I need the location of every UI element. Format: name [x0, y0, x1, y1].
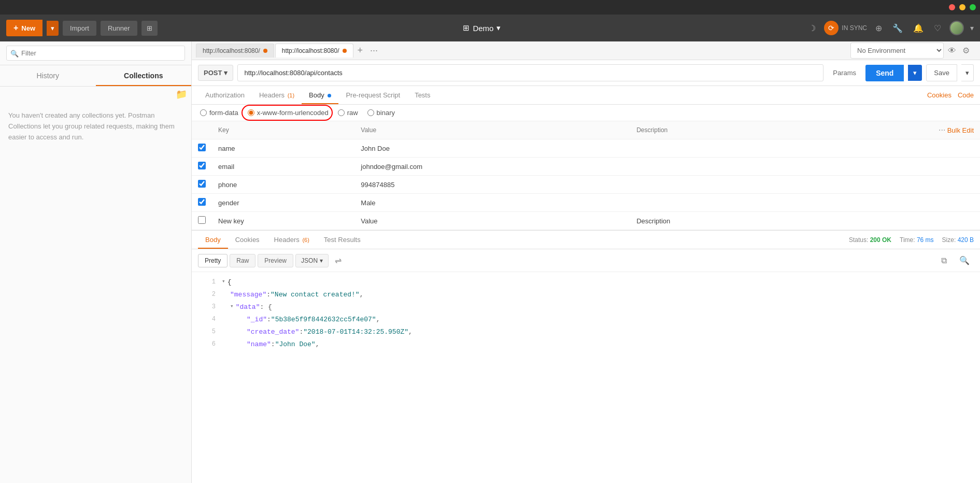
- fmt-preview-button[interactable]: Preview: [258, 254, 293, 267]
- runner-button[interactable]: Runner: [101, 21, 137, 36]
- globe-icon[interactable]: ⊕: [873, 21, 884, 35]
- row-0-key[interactable]: name: [212, 139, 354, 158]
- environment-select[interactable]: No Environment: [850, 42, 944, 59]
- avatar[interactable]: [949, 21, 964, 35]
- row-0-description[interactable]: [630, 139, 802, 158]
- row-1-actions: [802, 158, 980, 176]
- row-0-checkbox[interactable]: [198, 144, 206, 151]
- fmt-raw-button[interactable]: Raw: [230, 254, 255, 267]
- moon-icon[interactable]: ☽: [806, 21, 818, 35]
- table-more-button[interactable]: ···: [939, 125, 945, 135]
- grid-icon: ⊞: [463, 23, 470, 33]
- urlencoded-radio[interactable]: [248, 109, 254, 116]
- form-data-radio[interactable]: [200, 109, 207, 116]
- req-tab-prerequest[interactable]: Pre-request Script: [338, 86, 407, 104]
- tab-history[interactable]: History: [0, 65, 96, 86]
- env-settings-button[interactable]: ⚙: [960, 44, 972, 58]
- builder-button[interactable]: ⊞: [141, 21, 158, 36]
- new-collection-button[interactable]: 📁: [176, 89, 187, 100]
- resp-tab-headers[interactable]: Headers (6): [267, 231, 317, 249]
- titlebar: [0, 0, 980, 15]
- row-2-actions: [802, 176, 980, 194]
- bulk-edit-link[interactable]: Bulk Edit: [947, 126, 974, 134]
- cookies-link[interactable]: Cookies: [927, 91, 951, 99]
- row-3-key[interactable]: gender: [212, 194, 354, 212]
- headers-label: Headers: [259, 91, 285, 99]
- raw-label: raw: [347, 109, 358, 117]
- row-2-value[interactable]: 994874885: [354, 176, 630, 194]
- copy-button[interactable]: ⧉: [937, 253, 951, 267]
- folder-plus-icon: 📁: [176, 89, 187, 100]
- import-button[interactable]: Import: [63, 21, 96, 36]
- binary-radio[interactable]: [367, 109, 374, 116]
- save-button[interactable]: Save: [926, 64, 957, 81]
- row-3-actions: [802, 194, 980, 212]
- size-value: 420 B: [958, 236, 974, 244]
- row-3-description[interactable]: [630, 194, 802, 212]
- json-line-3: 3 ▾ "data" : {: [192, 301, 980, 314]
- url-input[interactable]: [237, 64, 823, 81]
- resp-tab-cookies[interactable]: Cookies: [228, 231, 267, 249]
- row-2-description[interactable]: [630, 176, 802, 194]
- more-tabs-button[interactable]: ···: [367, 45, 381, 56]
- row-1-description[interactable]: [630, 158, 802, 176]
- tab-collections[interactable]: Collections: [96, 65, 192, 86]
- heart-icon[interactable]: ♡: [932, 21, 943, 35]
- req-tab-tests[interactable]: Tests: [407, 86, 437, 104]
- row-1-checkbox[interactable]: [198, 162, 206, 169]
- bell-icon[interactable]: 🔔: [911, 21, 926, 35]
- workspace-button[interactable]: ⊞ Demo ▾: [463, 23, 501, 33]
- req-tab-body[interactable]: Body: [302, 86, 338, 104]
- close-btn[interactable]: [949, 4, 955, 10]
- row-new-checkbox[interactable]: [198, 216, 206, 224]
- form-data-option[interactable]: form-data: [200, 109, 238, 117]
- env-selector: No Environment 👁 ⚙: [846, 42, 976, 59]
- row-new-key[interactable]: New key: [212, 212, 354, 230]
- body-type-row: form-data x-www-form-urlencoded raw bina…: [192, 105, 980, 121]
- row-3-checkbox[interactable]: [198, 198, 206, 206]
- raw-radio[interactable]: [338, 109, 345, 116]
- search-response-button[interactable]: 🔍: [955, 253, 974, 267]
- code-link[interactable]: Code: [958, 91, 974, 99]
- row-0-value[interactable]: John Doe: [354, 139, 630, 158]
- wrench-icon[interactable]: 🔧: [890, 21, 905, 35]
- urlencoded-option[interactable]: x-www-form-urlencoded: [248, 109, 329, 117]
- send-dropdown-button[interactable]: ▾: [908, 65, 922, 81]
- new-button[interactable]: + New: [6, 20, 42, 36]
- send-button[interactable]: Send: [865, 65, 904, 81]
- minimize-btn[interactable]: [959, 4, 965, 10]
- account-dropdown-icon[interactable]: ▾: [970, 24, 974, 32]
- env-eye-button[interactable]: 👁: [946, 44, 958, 58]
- method-select[interactable]: POST ▾: [198, 65, 233, 81]
- add-tab-button[interactable]: +: [354, 45, 366, 56]
- req-tab-authorization[interactable]: Authorization: [198, 86, 252, 104]
- wrap-lines-button[interactable]: ⇌: [331, 253, 346, 267]
- row-new-description[interactable]: Description: [630, 212, 802, 230]
- new-label: New: [21, 24, 35, 32]
- row-1-key[interactable]: email: [212, 158, 354, 176]
- row-1-value[interactable]: johndoe@gmail.com: [354, 158, 630, 176]
- filter-wrap: 🔍: [6, 46, 185, 61]
- save-dropdown-button[interactable]: ▾: [961, 64, 974, 81]
- raw-option[interactable]: raw: [338, 109, 358, 117]
- req-tab-headers[interactable]: Headers (1): [252, 86, 302, 104]
- filter-input[interactable]: [6, 46, 185, 61]
- row-2-checkbox[interactable]: [198, 180, 206, 188]
- json-viewer: 1 ▾ { 2 "message" : "New contact created…: [192, 272, 980, 483]
- fmt-pretty-button[interactable]: Pretty: [198, 254, 228, 267]
- row-3-value[interactable]: Male: [354, 194, 630, 212]
- params-button[interactable]: Params: [828, 65, 861, 80]
- new-dropdown-button[interactable]: ▾: [47, 21, 59, 36]
- request-tab-1[interactable]: http://localhost:8080/: [275, 44, 353, 58]
- sidebar: 🔍 History Collections 📁 You haven't crea…: [0, 41, 192, 483]
- request-tab-0[interactable]: http://localhost:8080/: [196, 44, 274, 58]
- resp-tab-body[interactable]: Body: [198, 231, 228, 249]
- resp-tab-test-results[interactable]: Test Results: [317, 231, 368, 249]
- binary-option[interactable]: binary: [367, 109, 395, 117]
- row-2-key[interactable]: phone: [212, 176, 354, 194]
- fmt-type-select[interactable]: JSON ▾: [295, 254, 329, 267]
- sidebar-tabs: History Collections: [0, 65, 191, 87]
- json-line-2: 2 "message" : "New contact created!" ,: [192, 289, 980, 301]
- maximize-btn[interactable]: [970, 4, 976, 10]
- row-new-value[interactable]: Value: [354, 212, 630, 230]
